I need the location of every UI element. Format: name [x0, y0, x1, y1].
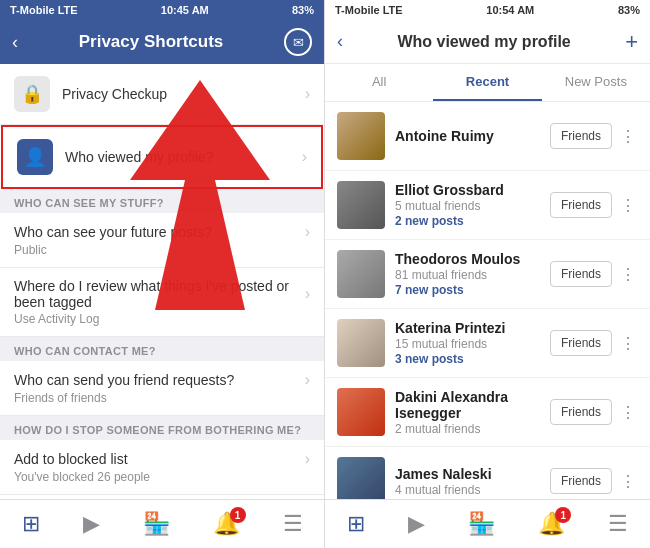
friend-requests-item[interactable]: Who can send you friend requests? › Frie… [0, 361, 324, 416]
tab-video[interactable]: ▶ [83, 511, 100, 537]
profile-info: James Naleski 4 mutual friends [395, 466, 550, 497]
left-carrier: T-Mobile LTE [10, 4, 78, 16]
profile-name: James Naleski [395, 466, 550, 482]
profile-info: Antoine Ruimy [395, 128, 550, 144]
blocked-list-title: Add to blocked list [14, 451, 128, 467]
profile-new-posts: 2 new posts [395, 214, 550, 228]
list-item[interactable]: Dakini Alexandra Isenegger 2 mutual frie… [325, 378, 650, 447]
review-tagged-title: Where do I review what things I've poste… [14, 278, 305, 310]
back-icon[interactable]: ‹ [12, 32, 18, 53]
who-viewed-item[interactable]: 👤 Who viewed my profile? › [1, 125, 323, 189]
section-header-1: WHO CAN SEE MY STUFF? [0, 189, 324, 213]
left-time: 10:45 AM [161, 4, 209, 16]
friends-button[interactable]: Friends [550, 468, 612, 494]
left-nav-bar: ‹ Privacy Shortcuts ✉ [0, 20, 324, 64]
tab-notifications[interactable]: 🔔 1 [213, 511, 240, 537]
right-tab-menu[interactable]: ☰ [608, 511, 628, 537]
profile-new-posts: 3 new posts [395, 352, 550, 366]
tab-all[interactable]: All [325, 64, 433, 101]
future-posts-item[interactable]: Who can see your future posts? › Public [0, 213, 324, 268]
profile-name: Dakini Alexandra Isenegger [395, 389, 550, 421]
list-item[interactable]: Katerina Printezi 15 mutual friends 3 ne… [325, 309, 650, 378]
who-viewed-label: Who viewed my profile? [65, 149, 302, 165]
section-header-2: WHO CAN CONTACT ME? [0, 337, 324, 361]
list-item[interactable]: Elliot Grossbard 5 mutual friends 2 new … [325, 171, 650, 240]
friend-requests-title: Who can send you friend requests? [14, 372, 234, 388]
left-nav-title: Privacy Shortcuts [79, 32, 224, 52]
tab-home[interactable]: ⊞ [22, 511, 40, 537]
profile-list: Antoine Ruimy Friends ⋮ Elliot Grossbard… [325, 102, 650, 499]
review-tagged-sub: Use Activity Log [14, 312, 310, 326]
list-item[interactable]: Theodoros Moulos 81 mutual friends 7 new… [325, 240, 650, 309]
friends-button[interactable]: Friends [550, 330, 612, 356]
right-carrier: T-Mobile LTE [335, 4, 403, 16]
tabs-bar: All Recent New Posts [325, 64, 650, 102]
profile-mutual: 15 mutual friends [395, 337, 550, 351]
more-icon[interactable]: ⋮ [618, 196, 638, 215]
right-bottom-tab-bar: ⊞ ▶ 🏪 🔔 1 ☰ [325, 499, 650, 548]
chevron-5: › [305, 371, 310, 389]
blocked-list-item[interactable]: Add to blocked list › You've blocked 26 … [0, 440, 324, 495]
future-posts-title: Who can see your future posts? [14, 224, 212, 240]
right-panel: T-Mobile LTE 10:54 AM 83% ‹ Who viewed m… [325, 0, 650, 548]
more-icon[interactable]: ⋮ [618, 403, 638, 422]
avatar [337, 457, 385, 499]
privacy-checkup-label: Privacy Checkup [62, 86, 305, 102]
left-status-bar: T-Mobile LTE 10:45 AM 83% [0, 0, 324, 20]
friends-button[interactable]: Friends [550, 399, 612, 425]
profile-name: Elliot Grossbard [395, 182, 550, 198]
future-posts-sub: Public [14, 243, 310, 257]
section-header-3: HOW DO I STOP SOMEONE FROM BOTHERING ME? [0, 416, 324, 440]
profile-mutual: 4 mutual friends [395, 483, 550, 497]
chevron-6: › [305, 450, 310, 468]
right-tab-notifications[interactable]: 🔔 1 [538, 511, 565, 537]
add-icon[interactable]: + [625, 29, 638, 55]
tab-recent[interactable]: Recent [433, 64, 541, 101]
friend-requests-sub: Friends of friends [14, 391, 310, 405]
privacy-checkup-icon: 🔒 [14, 76, 50, 112]
more-icon[interactable]: ⋮ [618, 334, 638, 353]
tab-marketplace[interactable]: 🏪 [143, 511, 170, 537]
avatar [337, 112, 385, 160]
notification-badge: 1 [230, 507, 246, 523]
who-viewed-icon: 👤 [17, 139, 53, 175]
privacy-checkup-item[interactable]: 🔒 Privacy Checkup › [0, 64, 324, 125]
profile-mutual: 2 mutual friends [395, 422, 550, 436]
friends-button[interactable]: Friends [550, 261, 612, 287]
right-notification-badge: 1 [555, 507, 571, 523]
blocked-list-sub: You've blocked 26 people [14, 470, 310, 484]
friends-button[interactable]: Friends [550, 123, 612, 149]
chevron-4: › [305, 285, 310, 303]
profile-mutual: 5 mutual friends [395, 199, 550, 213]
avatar [337, 319, 385, 367]
profile-new-posts: 7 new posts [395, 283, 550, 297]
friends-button[interactable]: Friends [550, 192, 612, 218]
chevron-icon: › [305, 85, 310, 103]
more-icon[interactable]: ⋮ [618, 472, 638, 491]
profile-mutual: 81 mutual friends [395, 268, 550, 282]
tab-new-posts[interactable]: New Posts [542, 64, 650, 101]
list-item[interactable]: James Naleski 4 mutual friends Friends ⋮ [325, 447, 650, 499]
left-battery: 83% [292, 4, 314, 16]
right-tab-home[interactable]: ⊞ [347, 511, 365, 537]
left-panel: T-Mobile LTE 10:45 AM 83% ‹ Privacy Shor… [0, 0, 325, 548]
left-bottom-tab-bar: ⊞ ▶ 🏪 🔔 1 ☰ [0, 499, 324, 548]
right-time: 10:54 AM [486, 4, 534, 16]
chevron-3: › [305, 223, 310, 241]
profile-info: Katerina Printezi 15 mutual friends 3 ne… [395, 320, 550, 366]
right-tab-marketplace[interactable]: 🏪 [468, 511, 495, 537]
list-item[interactable]: Antoine Ruimy Friends ⋮ [325, 102, 650, 171]
right-tab-video[interactable]: ▶ [408, 511, 425, 537]
avatar [337, 250, 385, 298]
more-icon[interactable]: ⋮ [618, 127, 638, 146]
profile-name: Theodoros Moulos [395, 251, 550, 267]
right-status-bar: T-Mobile LTE 10:54 AM 83% [325, 0, 650, 20]
chevron-icon-2: › [302, 148, 307, 166]
more-icon[interactable]: ⋮ [618, 265, 638, 284]
review-tagged-item[interactable]: Where do I review what things I've poste… [0, 268, 324, 337]
tab-menu[interactable]: ☰ [283, 511, 303, 537]
right-nav-title: Who viewed my profile [343, 33, 625, 51]
profile-name: Antoine Ruimy [395, 128, 550, 144]
right-nav-bar: ‹ Who viewed my profile + [325, 20, 650, 64]
messenger-icon[interactable]: ✉ [284, 28, 312, 56]
